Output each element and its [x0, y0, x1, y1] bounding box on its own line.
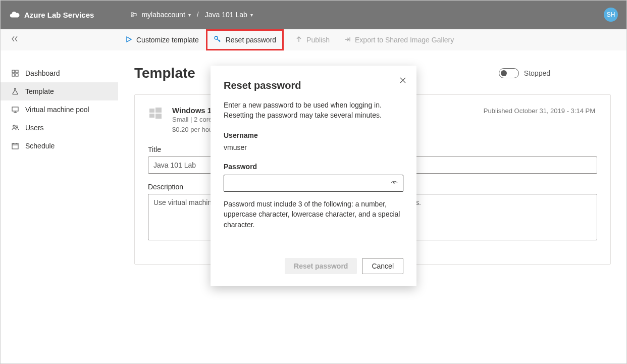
svg-rect-8 — [12, 70, 15, 73]
play-icon — [125, 36, 132, 44]
svg-line-7 — [219, 40, 220, 41]
monitor-icon — [11, 106, 19, 114]
product-logo[interactable]: Azure Lab Services — [9, 9, 94, 20]
key-icon — [214, 35, 222, 45]
svg-rect-17 — [12, 143, 18, 149]
password-label: Password — [224, 163, 403, 171]
svg-rect-10 — [12, 74, 15, 76]
vm-status: Stopped — [499, 68, 550, 78]
chevron-down-icon: ▾ — [250, 12, 253, 18]
username-value: vmuser — [224, 143, 403, 151]
header: Azure Lab Services mylabaccount ▾ / Java… — [0, 0, 627, 29]
export-icon — [344, 36, 351, 44]
submit-button[interactable]: Reset password — [285, 258, 357, 274]
avatar[interactable]: SH — [604, 8, 618, 22]
dialog-description: Enter a new password to be used when log… — [224, 100, 403, 120]
upload-icon — [295, 36, 302, 44]
sidebar: Dashboard Template Virtual machine pool … — [0, 51, 118, 364]
dialog-title: Reset password — [224, 80, 403, 91]
svg-rect-1 — [131, 15, 133, 17]
sidebar-item-users[interactable]: Users — [0, 119, 118, 137]
cloud-icon — [9, 9, 20, 20]
svg-point-5 — [215, 36, 218, 39]
svg-rect-11 — [16, 74, 18, 76]
svg-rect-22 — [155, 108, 162, 113]
dashboard-icon — [11, 69, 19, 77]
svg-rect-21 — [149, 109, 154, 113]
cancel-button[interactable]: Cancel — [362, 258, 403, 274]
svg-rect-24 — [155, 114, 162, 119]
users-icon — [11, 124, 19, 132]
breadcrumb-account[interactable]: mylabaccount ▾ — [130, 11, 190, 19]
reset-password-dialog: Reset password Enter a new password to b… — [211, 66, 416, 286]
svg-point-16 — [16, 126, 18, 128]
customize-template-button[interactable]: Customize template — [118, 29, 206, 50]
collapse-sidebar-button[interactable] — [10, 34, 19, 45]
username-label: Username — [224, 131, 403, 139]
vm-power-toggle[interactable] — [499, 68, 519, 78]
vm-status-label: Stopped — [524, 69, 550, 77]
sidebar-item-template[interactable]: Template — [0, 82, 118, 100]
show-password-button[interactable] — [390, 179, 398, 188]
password-hint: Password must include 3 of the following… — [224, 199, 403, 230]
svg-rect-9 — [16, 70, 18, 73]
reset-password-button[interactable]: Reset password — [206, 29, 284, 50]
flask-icon — [11, 87, 19, 95]
breadcrumb: mylabaccount ▾ / Java 101 Lab ▾ — [130, 11, 252, 19]
product-name: Azure Lab Services — [24, 11, 94, 19]
windows-icon — [148, 106, 163, 123]
close-icon — [399, 77, 406, 84]
toolbar: Customize template Reset password Publis… — [0, 29, 627, 51]
toolbar-divider — [286, 34, 286, 46]
double-chevron-left-icon — [10, 34, 19, 43]
breadcrumb-separator: / — [197, 11, 199, 19]
close-button[interactable] — [399, 77, 406, 85]
svg-rect-12 — [12, 107, 18, 111]
sidebar-item-vmpool[interactable]: Virtual machine pool — [0, 100, 118, 119]
breadcrumb-lab[interactable]: Java 101 Lab ▾ — [205, 11, 253, 19]
password-input[interactable] — [224, 175, 403, 192]
svg-rect-0 — [131, 13, 133, 14]
export-button[interactable]: Export to Shared Image Gallery — [337, 29, 461, 50]
svg-rect-23 — [149, 114, 154, 118]
publish-button[interactable]: Publish — [288, 29, 337, 50]
page-title: Template — [134, 65, 195, 81]
svg-point-25 — [394, 182, 395, 183]
resource-icon — [130, 11, 138, 19]
sidebar-item-dashboard[interactable]: Dashboard — [0, 64, 118, 82]
calendar-icon — [11, 142, 19, 150]
eye-icon — [390, 179, 398, 187]
chevron-down-icon: ▾ — [188, 12, 191, 18]
svg-point-15 — [13, 125, 15, 127]
vm-published: Published October 31, 2019 - 3:14 PM — [484, 107, 595, 115]
sidebar-item-schedule[interactable]: Schedule — [0, 137, 118, 155]
